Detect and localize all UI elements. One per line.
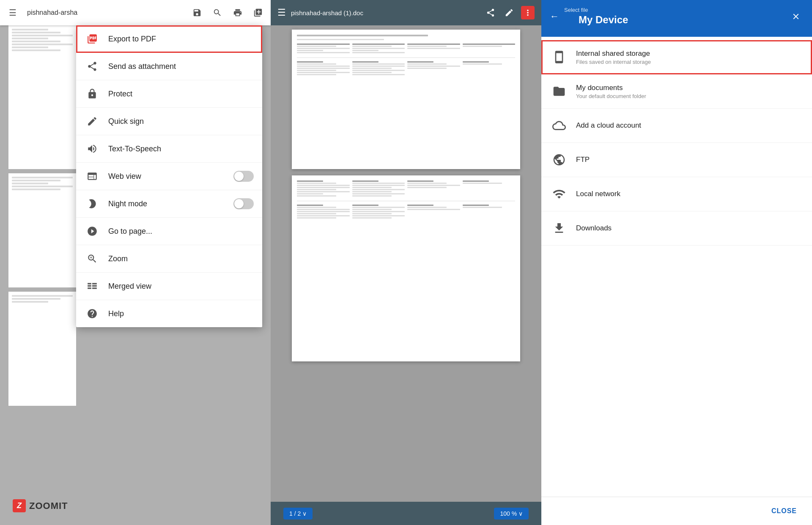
menu-label-help: Help <box>108 309 254 318</box>
doc-sheet-bottom2 <box>8 292 76 406</box>
more-options-btn[interactable] <box>521 6 535 19</box>
sign-icon <box>85 114 100 129</box>
menu-item-send-attachment[interactable]: Send as attachment <box>76 53 262 80</box>
lock-icon <box>85 86 100 101</box>
globe-icon <box>550 150 568 169</box>
network-icon <box>550 185 568 203</box>
find-icon[interactable] <box>252 7 264 19</box>
zoom-icon <box>85 251 100 266</box>
middle-menu-icon[interactable]: ☰ <box>277 7 286 18</box>
menu-label-send-attachment: Send as attachment <box>108 62 254 71</box>
file-list: Internal shared storage Files saved on i… <box>541 37 812 497</box>
zoomit-badge-icon: Z <box>13 499 26 512</box>
my-documents-name: My documents <box>576 84 804 92</box>
menu-label-zoom: Zoom <box>108 254 254 263</box>
merged-icon <box>85 279 100 294</box>
toolbar-title: pishnahad-arsha <box>27 9 183 16</box>
panel-left: ☰ pishnahad-arsha Export to PDF S <box>0 0 271 525</box>
webview-icon <box>85 169 100 184</box>
download-icon <box>550 219 568 238</box>
menu-label-protect: Protect <box>108 90 254 98</box>
toolbar-middle: ☰ pishnahad-arshad (1).doc <box>271 0 541 25</box>
my-device-title: My Device <box>564 14 628 26</box>
file-item-cloud-account[interactable]: Add a cloud account <box>541 109 812 143</box>
menu-item-help[interactable]: Help <box>76 300 262 327</box>
dropdown-menu: Export to PDF Send as attachment Protect… <box>76 25 262 327</box>
menu-label-merged-view: Merged view <box>108 282 254 291</box>
menu-item-web-view[interactable]: Web view <box>76 163 262 190</box>
cloud-account-name: Add a cloud account <box>576 121 804 130</box>
local-network-name: Local network <box>576 190 804 198</box>
share-btn[interactable] <box>484 6 497 19</box>
menu-label-tts: Text-To-Speech <box>108 145 254 153</box>
menu-label-web-view: Web view <box>108 172 233 181</box>
cloud-icon <box>550 116 568 135</box>
doc-sheet-bottom <box>8 173 76 287</box>
downloads-name: Downloads <box>576 224 804 232</box>
doc-sheet-top <box>8 25 76 169</box>
toolbar-left: ☰ pishnahad-arsha <box>0 0 271 25</box>
goto-icon <box>85 224 100 239</box>
panel-middle: ☰ pishnahad-arshad (1).doc <box>271 0 541 525</box>
close-button[interactable]: CLOSE <box>766 504 802 518</box>
menu-item-quick-sign[interactable]: Quick sign <box>76 108 262 135</box>
menu-item-merged-view[interactable]: Merged view <box>76 273 262 300</box>
menu-item-protect[interactable]: Protect <box>76 80 262 108</box>
phone-icon <box>550 48 568 66</box>
zoomit-logo: Z ZOOMIT <box>13 499 68 512</box>
file-item-local-network[interactable]: Local network <box>541 177 812 211</box>
menu-icon[interactable]: ☰ <box>7 7 19 19</box>
menu-item-tts[interactable]: Text-To-Speech <box>76 135 262 163</box>
bottom-bar: 1 / 2 ∨ 100 % ∨ <box>271 502 541 525</box>
file-header: ← Select file My Device <box>541 0 812 37</box>
panel-right-footer: CLOSE <box>541 497 812 525</box>
menu-label-export-pdf: Export to PDF <box>108 35 254 44</box>
night-mode-toggle[interactable] <box>233 198 254 209</box>
zoom-indicator[interactable]: 100 % ∨ <box>494 508 529 520</box>
panel-right: ← Select file My Device Internal shared … <box>541 0 812 525</box>
menu-item-zoom[interactable]: Zoom <box>76 245 262 273</box>
doc-page-2 <box>292 175 520 361</box>
back-button[interactable]: ← <box>550 11 559 22</box>
file-item-my-documents[interactable]: My documents Your default document folde… <box>541 74 812 109</box>
my-documents-desc: Your default document folder <box>576 93 804 99</box>
print-icon[interactable] <box>232 7 244 19</box>
file-item-downloads[interactable]: Downloads <box>541 211 812 246</box>
menu-item-night-mode[interactable]: Night mode <box>76 190 262 218</box>
page-indicator[interactable]: 1 / 2 ∨ <box>283 508 313 520</box>
menu-label-quick-sign: Quick sign <box>108 117 254 126</box>
middle-doc-title: pishnahad-arshad (1).doc <box>291 9 479 16</box>
menu-item-goto-page[interactable]: Go to page... <box>76 218 262 245</box>
moon-icon <box>85 196 100 211</box>
zoomit-text: ZOOMIT <box>29 500 68 511</box>
ftp-name: FTP <box>576 156 804 164</box>
menu-label-night-mode: Night mode <box>108 200 233 208</box>
save-icon[interactable] <box>191 7 203 19</box>
folder-icon <box>550 82 568 101</box>
pdf-icon <box>85 31 100 46</box>
internal-storage-name: Internal shared storage <box>576 49 804 58</box>
share-icon <box>85 59 100 74</box>
help-icon <box>85 306 100 321</box>
menu-label-goto-page: Go to page... <box>108 227 254 236</box>
file-item-ftp[interactable]: FTP <box>541 143 812 177</box>
search-icon[interactable] <box>211 7 223 19</box>
doc-page-1 <box>292 30 520 169</box>
header-close-icon[interactable] <box>788 9 804 24</box>
speaker-icon <box>85 141 100 156</box>
web-view-toggle[interactable] <box>233 171 254 182</box>
menu-item-export-pdf[interactable]: Export to PDF <box>76 25 262 53</box>
select-file-label: Select file <box>564 7 628 13</box>
edit-btn[interactable] <box>502 6 516 19</box>
file-item-internal-storage[interactable]: Internal shared storage Files saved on i… <box>541 40 812 74</box>
internal-storage-desc: Files saved on internal storage <box>576 59 804 65</box>
